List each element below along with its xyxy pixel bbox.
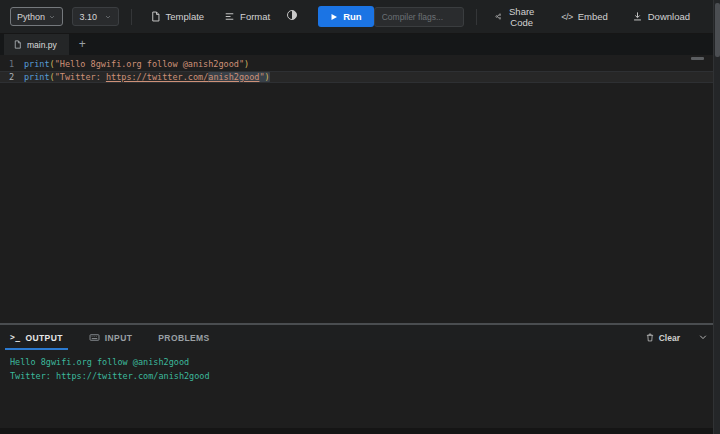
line-number: 2 <box>0 71 24 84</box>
panel-header-right: Clear <box>645 325 710 350</box>
line-number: 1 <box>0 58 24 71</box>
code-editor[interactable]: 1 print("Hello 8gwifi.org follow @anish2… <box>0 55 720 323</box>
plus-icon: + <box>79 37 86 51</box>
download-icon <box>632 11 643 22</box>
output-panel-header: >_ OUTPUT INPUT PROBLEMS Clear <box>0 325 720 350</box>
code-text: print("Hello 8gwifi.org follow @anish2go… <box>24 58 249 71</box>
occurrence-highlight: anish2good") <box>208 72 269 82</box>
terminal-icon: >_ <box>10 333 20 342</box>
token-paren: ) <box>265 72 270 82</box>
keyboard-icon <box>89 332 100 343</box>
toolbar-right-group: Share Code </> Embed Download <box>489 2 696 32</box>
share-icon <box>495 11 502 22</box>
language-select-value: Python <box>17 12 45 22</box>
add-file-button[interactable]: + <box>69 34 96 55</box>
tab-input-label: INPUT <box>105 333 133 343</box>
embed-label: Embed <box>578 11 608 22</box>
output-line: Hello 8gwifi.org follow @anish2good <box>10 356 720 370</box>
collapse-panel-button[interactable] <box>696 328 710 347</box>
tab-problems[interactable]: PROBLEMS <box>158 325 209 350</box>
language-select[interactable]: Python <box>10 7 63 26</box>
format-button[interactable]: Format <box>218 7 276 26</box>
window-bottom-edge <box>0 428 720 434</box>
template-button[interactable]: Template <box>144 7 211 26</box>
share-code-button[interactable]: Share Code <box>489 2 544 32</box>
toolbar-divider <box>131 9 132 25</box>
token-string: "Twitter: <box>55 72 106 82</box>
file-tabbar: main.py + <box>0 34 720 55</box>
format-icon <box>224 11 235 22</box>
trash-icon <box>645 332 655 343</box>
chevron-down-icon <box>104 13 112 21</box>
play-icon <box>330 13 338 21</box>
code-text: print("Twitter: https://twitter.com/anis… <box>24 71 270 84</box>
embed-button[interactable]: </> Embed <box>555 7 614 26</box>
token-function: print <box>24 72 50 82</box>
theme-icon[interactable] <box>282 5 302 28</box>
token-paren: ) <box>244 59 249 69</box>
token-link-url[interactable]: https://twitter.com/ <box>106 72 208 82</box>
code-icon: </> <box>561 12 573 22</box>
download-button[interactable]: Download <box>626 7 696 26</box>
output-line: Twitter: https://twitter.com/anish2good <box>10 370 720 384</box>
file-icon <box>13 40 22 49</box>
file-icon <box>150 11 161 22</box>
code-line-current[interactable]: 2 print("Twitter: https://twitter.com/an… <box>0 71 720 84</box>
format-button-label: Format <box>240 11 270 22</box>
tab-main-py-label: main.py <box>27 40 57 50</box>
page-scrollbar[interactable] <box>713 0 720 434</box>
toolbar: Python 3.10 Template Format Run <box>0 0 720 34</box>
version-select[interactable]: 3.10 <box>72 7 118 26</box>
download-label: Download <box>648 11 690 22</box>
tab-problems-label: PROBLEMS <box>158 333 209 343</box>
toolbar-divider <box>476 9 477 25</box>
tab-output[interactable]: >_ OUTPUT <box>10 325 63 350</box>
editor-scrollbar-marker[interactable] <box>691 57 704 60</box>
tab-output-label: OUTPUT <box>25 333 62 343</box>
token-function: print <box>24 59 50 69</box>
run-button-label: Run <box>343 11 361 22</box>
share-code-label: Share Code <box>506 6 537 28</box>
chevron-down-icon <box>698 332 708 342</box>
tab-main-py[interactable]: main.py <box>4 34 69 55</box>
clear-button[interactable]: Clear <box>645 332 680 343</box>
run-button[interactable]: Run <box>318 6 373 27</box>
code-line[interactable]: 1 print("Hello 8gwifi.org follow @anish2… <box>0 58 720 71</box>
chevron-down-icon <box>48 13 56 21</box>
compiler-flags-input[interactable] <box>374 7 464 27</box>
page-scrollbar-thumb[interactable] <box>715 3 720 57</box>
tab-input[interactable]: INPUT <box>89 325 133 350</box>
token-string: "Hello 8gwifi.org follow @anish2good" <box>55 59 244 69</box>
online-compiler-app: Python 3.10 Template Format Run <box>0 0 720 434</box>
version-select-value: 3.10 <box>79 12 97 22</box>
output-console[interactable]: Hello 8gwifi.org follow @anish2good Twit… <box>0 350 720 434</box>
token-link-word[interactable]: anish2good <box>208 72 259 82</box>
clear-button-label: Clear <box>659 333 680 343</box>
template-button-label: Template <box>166 11 205 22</box>
